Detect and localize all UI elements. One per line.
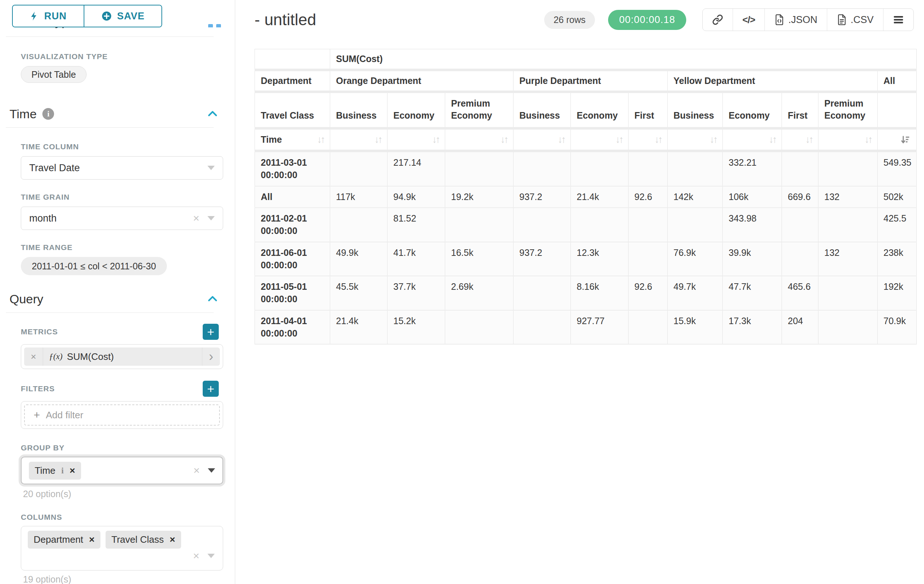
remove-metric-icon[interactable]: ×: [24, 347, 43, 366]
value-cell: 12.3k: [571, 242, 629, 276]
sort-header[interactable]: ↓↑: [782, 128, 818, 151]
copy-link-button[interactable]: [703, 9, 733, 31]
file-text-icon: [837, 14, 847, 26]
chevron-right-icon[interactable]: ›: [202, 347, 220, 366]
add-metric-button[interactable]: +: [203, 324, 219, 340]
metrics-label: METRICS: [21, 327, 58, 336]
sort-header[interactable]: ↓↑: [513, 128, 571, 151]
time-section-header[interactable]: Time i: [10, 106, 219, 122]
value-cell: 92.6: [629, 186, 668, 208]
value-cell: [668, 208, 723, 242]
info-icon: i: [42, 108, 54, 120]
export-json-button[interactable]: .JSON: [764, 9, 827, 31]
sort-icon[interactable]: ↓↑: [317, 134, 324, 145]
value-cell: [629, 151, 668, 186]
travel-class-header: Economy: [571, 92, 629, 128]
clear-icon[interactable]: ×: [193, 550, 200, 562]
export-csv-button[interactable]: .CSV: [827, 9, 883, 31]
run-save-button-group: RUN SAVE: [12, 5, 162, 27]
value-cell: 19.2k: [445, 186, 513, 208]
pivot-table: SUM(Cost)DepartmentOrange DepartmentPurp…: [254, 49, 917, 345]
clear-icon[interactable]: ×: [193, 212, 200, 224]
sort-icon[interactable]: ↓↑: [769, 134, 776, 145]
save-button[interactable]: SAVE: [84, 5, 162, 26]
sort-icon[interactable]: ↓↑: [615, 134, 622, 145]
divider: [6, 127, 214, 128]
value-cell: [513, 151, 571, 186]
value-cell: 15.9k: [668, 310, 723, 345]
row-header: 2011-03-01 00:00:00: [255, 151, 330, 186]
columns-select[interactable]: Department×Travel Class× ×: [21, 526, 223, 571]
export-button-group: </> .JSON .CSV: [702, 8, 914, 31]
value-cell: 21.4k: [330, 310, 388, 345]
value-cell: [513, 276, 571, 310]
clear-icon[interactable]: ×: [193, 464, 200, 477]
value-cell: 81.52: [388, 208, 445, 242]
add-filter-button[interactable]: + Add filter: [24, 405, 220, 426]
remove-tag-icon[interactable]: ×: [69, 465, 75, 476]
time-range-pill[interactable]: 2011-01-01 ≤ col < 2011-06-30: [21, 257, 167, 275]
sort-icon[interactable]: ↓↑: [805, 134, 812, 145]
value-cell: [445, 310, 513, 345]
value-cell: [330, 151, 388, 186]
group-by-options-hint: 20 option(s): [23, 489, 235, 498]
value-cell: [445, 151, 513, 186]
sort-icon[interactable]: ↓↑: [558, 134, 564, 145]
metric-pill[interactable]: × ƒ(x) SUM(Cost) ›: [24, 347, 220, 366]
chart-title[interactable]: - untitled: [254, 11, 544, 29]
value-cell: 142k: [668, 186, 723, 208]
columns-label: COLUMNS: [21, 513, 235, 521]
columns-axis-header: Department: [255, 70, 330, 92]
sort-header[interactable]: ↓↑: [723, 128, 782, 151]
visualization-type-pill[interactable]: Pivot Table: [21, 66, 87, 83]
value-cell: 37.7k: [388, 276, 445, 310]
sort-header[interactable]: ↓↑: [629, 128, 668, 151]
sort-header[interactable]: ↓↑: [445, 128, 513, 151]
value-cell: [818, 276, 878, 310]
columns-tag[interactable]: Travel Class×: [106, 531, 181, 549]
group-by-tag[interactable]: Timei×: [29, 462, 81, 480]
value-cell: 70.9k: [878, 310, 917, 345]
value-cell: 465.6: [782, 276, 818, 310]
value-cell: [445, 208, 513, 242]
time-grain-select[interactable]: month ×: [21, 207, 223, 230]
sort-icon[interactable]: ↓↑: [655, 134, 662, 145]
group-by-select[interactable]: Timei× ×: [21, 457, 223, 484]
caret-down-icon: [208, 216, 215, 220]
remove-tag-icon[interactable]: ×: [170, 534, 175, 545]
hamburger-menu-icon: [893, 15, 904, 25]
value-cell: 117k: [330, 186, 388, 208]
sort-header-time[interactable]: Time↓↑: [255, 128, 330, 151]
remove-tag-icon[interactable]: ×: [89, 534, 95, 545]
table-row: 2011-04-01 00:00:0021.4k15.2k927.7715.9k…: [255, 310, 917, 345]
column-type-icon: i: [61, 466, 64, 475]
sort-icon[interactable]: ↓↑: [432, 134, 439, 145]
columns-tag[interactable]: Department×: [28, 531, 101, 549]
chevron-up-icon[interactable]: [206, 108, 219, 120]
time-column-select[interactable]: Travel Date: [21, 156, 223, 179]
sort-header[interactable]: ↓↑: [818, 128, 878, 151]
sort-header[interactable]: ↓↑: [330, 128, 388, 151]
travel-class-header: Economy: [388, 92, 445, 128]
sort-header[interactable]: ↓↑: [571, 128, 629, 151]
tag-label: Time: [35, 465, 56, 476]
sort-icon[interactable]: ↓↑: [710, 134, 716, 145]
add-filter-plus-button[interactable]: +: [203, 381, 219, 397]
value-cell: [513, 310, 571, 345]
file-code-icon: [774, 14, 784, 26]
sort-desc-active-icon[interactable]: [900, 135, 911, 145]
value-cell: [818, 310, 878, 345]
menu-button[interactable]: [883, 9, 913, 31]
chevron-up-icon[interactable]: [206, 293, 219, 305]
run-button[interactable]: RUN: [13, 5, 84, 26]
sort-header[interactable]: ↓↑: [388, 128, 445, 151]
sort-header[interactable]: [878, 128, 917, 151]
main-panel: - untitled 26 rows 00:00:00.18 </> .JSON…: [235, 0, 924, 584]
query-section-header[interactable]: Query: [10, 291, 219, 307]
sort-header[interactable]: ↓↑: [668, 128, 723, 151]
sort-icon[interactable]: ↓↑: [375, 134, 381, 145]
sort-icon[interactable]: ↓↑: [500, 134, 507, 145]
row-header: All: [255, 186, 330, 208]
sort-icon[interactable]: ↓↑: [865, 134, 871, 145]
embed-code-button[interactable]: </>: [733, 9, 765, 31]
